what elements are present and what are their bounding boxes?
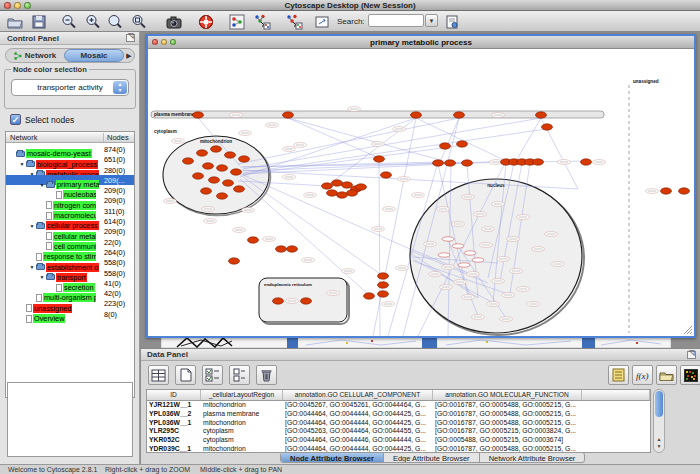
scrollbar-arrows[interactable]: ▲▼	[654, 436, 664, 452]
graph-node[interactable]	[342, 182, 353, 188]
graph-node[interactable]	[239, 156, 250, 162]
create-network-selected-nodes-selected-edges-button[interactable]	[285, 13, 303, 30]
table-row[interactable]: YPL036W__2plasma membrane[GO:0044464, GO…	[147, 410, 650, 419]
tree-row[interactable]: multi-organism pro42(0)	[6, 288, 134, 298]
attribute-table-button[interactable]	[148, 365, 169, 385]
browser-tab-edge[interactable]: Edge Attribute Browser	[384, 453, 480, 462]
graph-node[interactable]	[193, 112, 204, 118]
data-panel-float-icon[interactable]	[687, 351, 696, 359]
column-cellular-layout-region[interactable]: _cellularLayoutRegion	[201, 390, 283, 400]
graph-node[interactable]	[217, 165, 228, 171]
graph-node[interactable]	[433, 160, 444, 166]
tree-row[interactable]: mosaic-demo-yeast874(0)	[6, 144, 134, 154]
annotation-button[interactable]	[313, 13, 331, 30]
table-row[interactable]: YPL036W__1mitochondrion[GO:0044464, GO:0…	[147, 419, 650, 428]
tree-row[interactable]: ▼establishment of lo558(0)	[6, 257, 134, 267]
search-dropdown-button[interactable]: ▼	[425, 14, 438, 27]
graph-node[interactable]	[231, 169, 242, 175]
graph-node[interactable]	[454, 112, 465, 118]
snapshot-button[interactable]	[165, 13, 183, 30]
graph-node[interactable]	[201, 188, 212, 194]
graph-node[interactable]	[462, 160, 473, 166]
tree-row[interactable]: unassigned223(0)	[6, 298, 134, 308]
network-window-titlebar[interactable]: primary metabolic process	[148, 36, 694, 49]
graph-node[interactable]	[533, 159, 544, 165]
node-color-select[interactable]: transporter activity ▲▼	[11, 79, 129, 96]
table-row[interactable]: YLR295Ccytoplasm[GO:0045263, GO:0044464,…	[147, 427, 650, 436]
save-session-button[interactable]	[30, 13, 48, 30]
scrollbar-thumb[interactable]	[655, 391, 663, 417]
browser-tab-network[interactable]: Network Attribute Browser	[480, 453, 585, 462]
table-scrollbar[interactable]: ▲▼	[653, 389, 665, 453]
column-go-molecular-function[interactable]: annotation.GO MOLECULAR_FUNCTION	[433, 390, 582, 400]
graph-node[interactable]	[287, 246, 298, 252]
background-network-windows[interactable]	[141, 337, 700, 348]
open-session-button[interactable]	[6, 13, 24, 30]
graph-node[interactable]	[183, 158, 194, 164]
new-attribute-button[interactable]	[175, 365, 196, 385]
browser-tab-node[interactable]: Node Attribute Browser	[281, 453, 384, 462]
tab-mosaic[interactable]: Mosaic	[64, 49, 124, 62]
tree-row[interactable]: nucleobase-209(0)	[6, 185, 134, 195]
tree-row[interactable]: ▼biological_process651(0)	[6, 154, 134, 164]
tree-row[interactable]: cellular metabol209(0)	[6, 226, 134, 236]
select-attributes-button[interactable]	[202, 365, 223, 385]
graph-node[interactable]	[381, 172, 392, 178]
delete-attribute-button[interactable]	[256, 365, 277, 385]
graph-node[interactable]	[378, 291, 389, 297]
graph-node[interactable]	[223, 180, 234, 186]
graph-node[interactable]	[193, 173, 204, 179]
network-view-button[interactable]	[228, 13, 246, 30]
graph-node[interactable]	[283, 112, 294, 118]
tab-network[interactable]: Network	[6, 49, 64, 62]
graph-node[interactable]	[581, 159, 592, 165]
graph-node[interactable]	[211, 146, 222, 152]
graph-node[interactable]	[209, 177, 220, 183]
zoom-fit-button[interactable]	[106, 13, 124, 30]
graph-node[interactable]	[411, 112, 422, 118]
notes-button[interactable]	[608, 365, 629, 385]
select-nodes-checkbox[interactable]: ✓	[10, 114, 21, 125]
tree-column-network[interactable]: Network	[10, 133, 38, 142]
zoom-in-button[interactable]	[84, 13, 102, 30]
table-row[interactable]: YKR052Ccytoplasm[GO:0044464, GO:0044446,…	[147, 436, 650, 445]
column-go-cellular-component[interactable]: annotation.GO CELLULAR_COMPONENT	[283, 390, 433, 400]
graph-node[interactable]	[364, 293, 375, 299]
graph-node[interactable]	[378, 282, 389, 288]
tree-row[interactable]: ▼metabolic process280(0)	[6, 165, 134, 175]
tree-row[interactable]: response to stimulu264(0)	[6, 247, 134, 257]
graph-node[interactable]	[679, 188, 690, 194]
import-attributes-button[interactable]	[656, 365, 677, 385]
graph-node[interactable]	[445, 160, 456, 166]
tree-column-nodes[interactable]: Nodes	[103, 133, 129, 142]
search-options-button[interactable]	[443, 13, 461, 30]
birds-eye-view[interactable]	[7, 382, 133, 457]
zoom-out-button[interactable]	[60, 13, 78, 30]
table-row[interactable]: YJR121W__1mitochondrion[GO:0045267, GO:0…	[147, 401, 650, 410]
graph-node[interactable]	[378, 273, 389, 279]
formula-builder-button[interactable]: f(x)	[632, 365, 653, 385]
graph-node[interactable]	[440, 143, 451, 149]
tree-row[interactable]: ▼primary metabo209(...	[6, 175, 134, 185]
graph-node[interactable]	[273, 298, 284, 304]
tree-row[interactable]: ▼cellular process614(0)	[6, 216, 134, 226]
graph-node[interactable]	[217, 193, 228, 199]
graph-node[interactable]	[322, 183, 333, 189]
tree-row[interactable]: nitrogen compo209(0)	[6, 195, 134, 205]
graph-node[interactable]	[203, 163, 214, 169]
network-canvas[interactable]: plasma membranecytoplasmmitochondrionnuc…	[148, 49, 694, 336]
graph-node[interactable]	[276, 246, 287, 252]
graph-node[interactable]	[374, 156, 385, 162]
graph-node[interactable]	[234, 186, 245, 192]
graph-node[interactable]	[225, 152, 236, 158]
tree-row[interactable]: secretion41(0)	[6, 278, 134, 288]
graph-node[interactable]	[301, 298, 312, 304]
search-input[interactable]	[368, 14, 424, 27]
graph-node[interactable]	[661, 188, 672, 194]
graph-node[interactable]	[536, 112, 547, 118]
float-panel-icon[interactable]	[126, 34, 135, 42]
graph-node[interactable]	[327, 190, 338, 196]
help-button[interactable]	[197, 13, 215, 30]
column-id[interactable]: ID	[147, 390, 201, 400]
graph-node[interactable]	[197, 150, 208, 156]
